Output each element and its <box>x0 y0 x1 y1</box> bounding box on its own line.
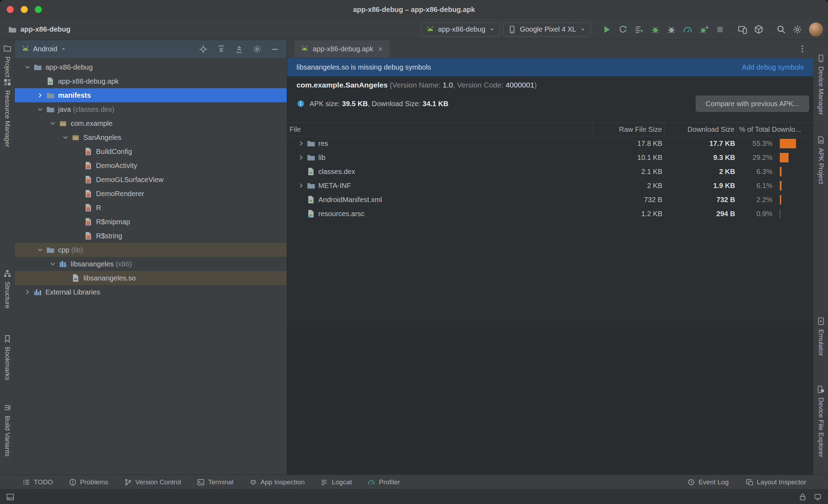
titlebar: app-x86-debug – app-x86-debug.apk <box>0 0 828 19</box>
notifications-icon[interactable] <box>814 493 822 501</box>
chevron-right-icon[interactable] <box>35 90 45 101</box>
apk-file-row-lib[interactable]: lib10.1 KB9.3 KB29.2% <box>287 150 813 164</box>
tree-item-r[interactable]: R <box>15 201 287 215</box>
lock-icon[interactable] <box>798 493 807 501</box>
tool-window-button-project[interactable]: Project <box>0 44 14 77</box>
device-select[interactable]: Google Pixel 4 XL <box>503 22 591 37</box>
tree-item-demorenderer[interactable]: DemoRenderer <box>15 187 287 201</box>
tool-window-button-device-file-explorer[interactable]: Device File Explorer <box>814 385 828 457</box>
tree-item-sanangeles[interactable]: SanAngeles <box>15 130 287 144</box>
select-opened-file-button[interactable] <box>199 45 208 54</box>
chevron-down-icon[interactable] <box>35 104 45 115</box>
tool-window-button-apk-project[interactable]: APK Project <box>814 136 828 184</box>
run-configuration-select[interactable]: app-x86-debug <box>421 22 500 37</box>
stop-button[interactable] <box>713 23 727 36</box>
tool-window-button-emulator[interactable]: Emulator <box>814 317 828 356</box>
zoom-window-button[interactable] <box>35 6 42 13</box>
chevron-right-icon[interactable] <box>296 152 306 163</box>
profiler-button[interactable] <box>681 23 694 36</box>
column-header-percent-of-total[interactable]: % of Total Downlo... <box>737 123 813 136</box>
hide-panel-button[interactable] <box>270 45 280 54</box>
tool-window-button-bookmarks[interactable]: Bookmarks <box>0 335 14 380</box>
tree-indent <box>73 160 83 171</box>
chevron-right-icon[interactable] <box>296 180 306 191</box>
status-item-problems[interactable]: Problems <box>69 478 108 486</box>
collapse-all-button[interactable] <box>235 45 244 54</box>
column-header-file[interactable]: File <box>287 123 593 136</box>
editor-tab[interactable]: app-x86-debug.apk <box>294 40 390 58</box>
project-widget[interactable]: app-x86-debug <box>8 25 70 34</box>
minimize-window-button[interactable] <box>21 6 28 13</box>
user-avatar[interactable] <box>809 22 823 37</box>
tree-item-app-x86-debug[interactable]: app-x86-debug <box>15 60 287 74</box>
tree-item-demoglsurfaceview[interactable]: DemoGLSurfaceView <box>15 173 287 187</box>
column-header-download-size[interactable]: Download Size <box>664 123 737 136</box>
status-item-logcat[interactable]: Logcat <box>320 478 352 486</box>
column-header-raw-file-size[interactable]: Raw File Size <box>593 123 664 136</box>
status-item-event-log[interactable]: Event Log <box>687 478 729 486</box>
layout-inspector-icon <box>746 478 753 486</box>
status-item-todo[interactable]: TODO <box>23 478 53 486</box>
version-control-icon <box>124 478 132 486</box>
tool-window-button-structure[interactable]: Structure <box>0 269 14 309</box>
tree-item-buildconfig[interactable]: BuildConfig <box>15 144 287 159</box>
tool-window-button-device-manager[interactable]: Device Manager <box>814 54 828 115</box>
tree-item-manifests[interactable]: manifests <box>15 88 287 102</box>
apk-file-row-meta-inf[interactable]: META-INF2 KB1.9 KB6.1% <box>287 179 813 193</box>
debug-button[interactable] <box>649 23 662 36</box>
status-item-app-inspection[interactable]: App Inspection <box>249 478 305 486</box>
search-everywhere-button[interactable] <box>775 23 788 36</box>
run-button[interactable] <box>600 23 613 36</box>
tree-item-java[interactable]: java (classes.dex) <box>15 102 287 116</box>
apply-code-changes-button[interactable] <box>632 23 646 36</box>
expand-all-button[interactable] <box>217 45 226 54</box>
manifest-file-icon <box>306 195 316 204</box>
close-tab-icon[interactable] <box>377 46 384 52</box>
apk-file-row-classes-dex[interactable]: classes.dex2.1 KB2 KB6.3% <box>287 164 813 179</box>
tree-item-cpp[interactable]: cpp (lib) <box>15 243 287 257</box>
compare-apk-button[interactable]: Compare with previous APK... <box>696 96 809 112</box>
tab-options-icon[interactable] <box>798 44 807 53</box>
app-inspection-icon <box>249 478 257 486</box>
chevron-down-icon[interactable] <box>22 62 33 72</box>
chevron-down-icon[interactable] <box>35 245 45 255</box>
tool-window-button-resource-manager[interactable]: Resource Manager <box>0 78 14 147</box>
chevron-right-icon[interactable] <box>296 138 306 149</box>
bottom-tool-windows-right: Event LogLayout Inspector <box>687 478 806 486</box>
tree-item-external-libraries[interactable]: External Libraries <box>15 285 287 299</box>
chevron-right-icon[interactable] <box>22 287 33 297</box>
apk-file-row-res[interactable]: res17.8 KB17.7 KB55.3% <box>287 136 813 150</box>
attach-debugger-button[interactable] <box>665 23 678 36</box>
close-window-button[interactable] <box>7 6 14 13</box>
apk-file-row-resources-arsc[interactable]: resources.arsc1.2 KB294 B0.9% <box>287 207 813 221</box>
tree-item-demoactivity[interactable]: DemoActivity <box>15 159 287 173</box>
settings-button[interactable] <box>791 23 804 36</box>
tree-item-app-x86-debug-apk[interactable]: app-x86-debug.apk <box>15 74 287 88</box>
tool-window-button-build-variants[interactable]: Build Variants <box>0 403 14 457</box>
tree-item-label: DemoRenderer <box>96 190 144 198</box>
tree-item-r-mipmap[interactable]: R$mipmap <box>15 215 287 229</box>
apply-changes-button[interactable] <box>616 23 630 36</box>
chevron-down-icon[interactable] <box>60 132 71 143</box>
editor-area: app-x86-debug.apk libsanangeles.so is mi… <box>287 40 813 474</box>
status-item-version-control[interactable]: Version Control <box>124 478 181 486</box>
status-item-layout-inspector[interactable]: Layout Inspector <box>746 478 806 486</box>
chevron-down-icon[interactable] <box>47 259 58 269</box>
panel-settings-button[interactable] <box>253 45 262 54</box>
tool-window-label: Emulator <box>817 329 825 356</box>
tree-item-com-example[interactable]: com.example <box>15 116 287 130</box>
chevron-down-icon[interactable] <box>47 118 58 129</box>
running-devices-button[interactable] <box>736 23 749 36</box>
tree-item-r-string[interactable]: R$string <box>15 229 287 243</box>
toggle-tool-buttons-icon[interactable] <box>6 493 14 501</box>
add-debug-symbols-link[interactable]: Add debug symbols <box>742 63 804 71</box>
apk-file-row-androidmanifest-xml[interactable]: AndroidManifest.xml732 B732 B2.2% <box>287 193 813 207</box>
project-view-selector[interactable]: Android <box>21 45 66 53</box>
profile-low-overhead-button[interactable] <box>697 23 711 36</box>
sdk-manager-button[interactable] <box>752 23 765 36</box>
running-devices-icon <box>738 25 747 34</box>
tree-item-libsanangeles-so[interactable]: libsanangeles.so <box>15 271 287 285</box>
status-item-terminal[interactable]: Terminal <box>197 478 234 486</box>
tree-item-libsanangeles[interactable]: libsanangeles (x86) <box>15 257 287 271</box>
status-item-profiler[interactable]: Profiler <box>368 478 400 486</box>
